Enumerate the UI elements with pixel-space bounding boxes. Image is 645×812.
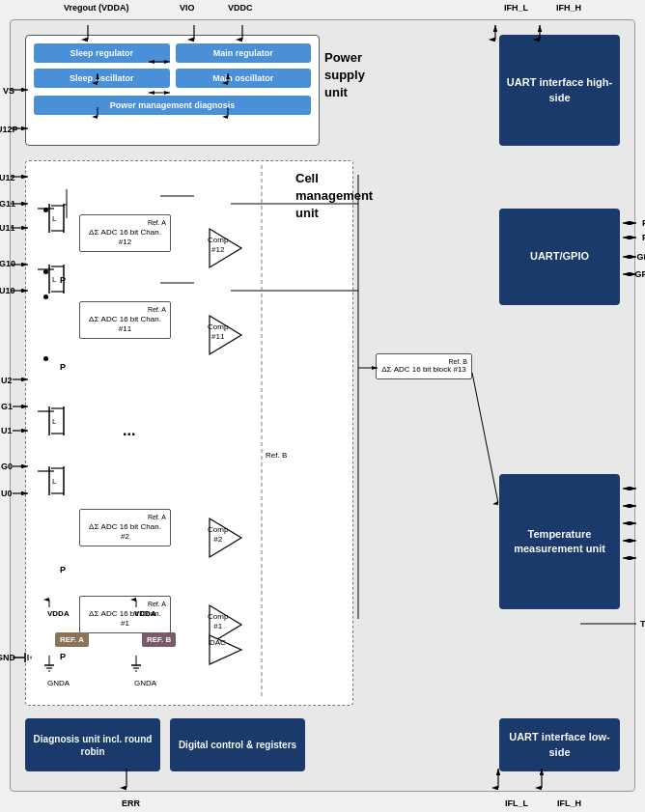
p-label4: P bbox=[60, 652, 66, 661]
vs-label: VS bbox=[3, 86, 14, 96]
u11-label: U11 bbox=[0, 223, 15, 233]
diag-box: Diagnosis unit incl. round robin bbox=[25, 718, 160, 771]
ifl-l-label: IFL_L bbox=[505, 798, 528, 808]
main-reg-block: Main regulator bbox=[176, 43, 312, 63]
sleep-reg-block: Sleep regulator bbox=[34, 43, 170, 63]
p-label3: P bbox=[60, 565, 66, 574]
ref-b-block: REF. B bbox=[142, 632, 176, 647]
adc11-block: Ref. A ΔΣ ADC 16 bit Chan. #11 bbox=[79, 301, 171, 339]
dot1 bbox=[43, 208, 48, 212]
ref-a-block: REF. A bbox=[55, 632, 89, 647]
u12p-label: U12P bbox=[0, 125, 18, 134]
gnda-label1: GNDA bbox=[47, 679, 70, 687]
comp11-block: Comp#11 bbox=[205, 311, 243, 361]
uart-gpio-box: UART/GPIO bbox=[499, 209, 620, 305]
vregout-label: Vregout (VDDA) bbox=[64, 3, 129, 13]
g1-label: G1 bbox=[1, 402, 13, 411]
p-label2: P bbox=[60, 362, 66, 372]
power-mgmt-block: Power management diagnosis bbox=[34, 96, 311, 115]
dot4 bbox=[43, 356, 48, 361]
vdda-label2: VDDA bbox=[134, 609, 156, 618]
p-label1: P bbox=[60, 275, 66, 285]
u1-label: U1 bbox=[1, 426, 13, 435]
u12-label: U12 bbox=[0, 173, 15, 182]
g0-label: G0 bbox=[1, 462, 13, 471]
vio-label: VIO bbox=[180, 3, 195, 13]
gpio1-label: GPIO1/UART_HS bbox=[636, 252, 645, 262]
u2-label: U2 bbox=[1, 376, 13, 385]
main-osc-block: Main oscillator bbox=[176, 69, 312, 88]
digital-box: Digital control & registers bbox=[170, 718, 305, 771]
comp2-block: Comp#2 bbox=[205, 514, 243, 564]
comp12-block: Comp#12 bbox=[205, 224, 243, 274]
uart-high-box: UART interface high-side bbox=[499, 35, 620, 146]
cmu-label: Cellmanagementunit bbox=[295, 170, 373, 223]
ref-b-adc13: Ref. B bbox=[266, 451, 287, 460]
gnd-label: GND bbox=[0, 653, 15, 662]
g11-label: G11 bbox=[0, 199, 15, 209]
dot2 bbox=[43, 269, 48, 274]
psu-box: Sleep regulator Main regulator Sleep osc… bbox=[25, 35, 320, 146]
dot3 bbox=[43, 294, 48, 299]
gpio0-label: GPIO0/UART_LS bbox=[634, 269, 645, 279]
adc1-block: Ref. A ΔΣ ADC 16 bit Chan. #1 bbox=[79, 596, 171, 633]
sleep-osc-block: Sleep oscillator bbox=[34, 69, 170, 88]
temp-box: Temperature measurement unit bbox=[499, 474, 620, 609]
dac-block: DAC bbox=[205, 630, 243, 671]
vddc-label: VDDC bbox=[228, 3, 253, 13]
adc2-block: Ref. A ΔΣ ADC 16 bit Chan. #2 bbox=[79, 509, 171, 546]
vdda-label1: VDDA bbox=[47, 609, 70, 618]
err-label: ERR bbox=[122, 798, 140, 808]
g10-label: G10 bbox=[0, 259, 15, 268]
adc13-block: Ref. B ΔΣ ADC 16 bit block #13 bbox=[376, 353, 472, 379]
gnda-label2: GNDA bbox=[134, 679, 156, 687]
ifl-h-label: IFL_H bbox=[557, 798, 581, 808]
tmp-gnd-label: TMP_GND bbox=[640, 619, 645, 629]
adc12-block: Ref. A ΔΣ ADC 16 bit Chan. #12 bbox=[79, 214, 171, 252]
ifh-l-label: IFH_L bbox=[504, 3, 528, 13]
psu-label: VDDA Powersupplyunit bbox=[324, 49, 365, 102]
u0-label: U0 bbox=[1, 489, 13, 498]
cmu-box: Ref. A ΔΣ ADC 16 bit Chan. #12 Ref. A ΔΣ… bbox=[25, 160, 353, 706]
main-container: Vregout (VDDA) VIO VDDC IFH_L IFH_H Slee… bbox=[10, 19, 635, 792]
ellipsis: ... bbox=[123, 422, 135, 439]
svg-line-81 bbox=[472, 373, 498, 503]
u10-label: U10 bbox=[0, 286, 15, 295]
ifh-h-label: IFH_H bbox=[556, 3, 581, 13]
uart-low-box: UART interface low-side bbox=[499, 718, 620, 771]
